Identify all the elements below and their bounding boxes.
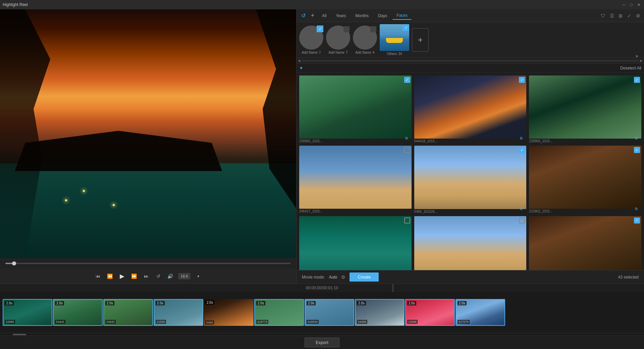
- media-thumb-8: [414, 216, 527, 270]
- timecode-display: 00:00:00/00:01:10: [306, 286, 338, 290]
- aspect-ratio-badge[interactable]: 16:9: [178, 273, 190, 279]
- media-item-6[interactable]: ✓ ⚙ 215802_1015...: [529, 146, 641, 213]
- faces-scroll-right[interactable]: ▶: [636, 54, 639, 58]
- clip-id-4: 21500: [156, 320, 166, 324]
- window-controls[interactable]: ─ □ ✕: [621, 2, 641, 7]
- face-item-1[interactable]: ✓ Add Name 7: [299, 26, 323, 54]
- shield-icon[interactable]: 🛡: [600, 13, 606, 18]
- movie-settings-gear[interactable]: ⚙: [341, 275, 345, 280]
- tab-months[interactable]: Months: [352, 12, 373, 19]
- clip-4[interactable]: 2.0s 21500: [154, 299, 203, 326]
- aspect-expand-icon[interactable]: ▼: [194, 272, 202, 280]
- others-label-text: Others: [387, 52, 397, 56]
- clip-id-9: 22898: [407, 320, 418, 324]
- maximize-button[interactable]: □: [629, 2, 634, 7]
- play-button[interactable]: ▶: [118, 272, 126, 280]
- deselect-all-button[interactable]: Deselect All: [620, 66, 641, 70]
- media-item-2[interactable]: ✓ ⚙ 544418_1015...: [414, 76, 527, 143]
- tab-days[interactable]: Days: [374, 12, 391, 19]
- face-label-2: Add Name 7: [329, 51, 348, 54]
- next-frame-button[interactable]: ⏩: [130, 272, 138, 280]
- tab-faces[interactable]: Faces: [392, 12, 412, 20]
- playback-progress[interactable]: [5, 263, 291, 264]
- others-label: Others 34: [387, 52, 402, 56]
- media-settings-5[interactable]: ⚙: [520, 207, 525, 212]
- media-filename-5: 5466_101526...: [414, 210, 527, 213]
- media-thumb-9: [529, 216, 641, 270]
- export-button[interactable]: Export: [305, 338, 339, 347]
- media-check-5: ✓: [519, 147, 525, 153]
- close-button[interactable]: ✕: [636, 2, 641, 7]
- clip-9[interactable]: 2.0s 22898: [405, 299, 455, 326]
- timeline-timecode: 00:00:00/00:01:10: [0, 284, 644, 292]
- timeline-clips[interactable]: 2.0s 22896 2.0s 54441 2.0s 24642 2.0s 21…: [0, 292, 644, 333]
- media-item-8[interactable]: 6044_101526...: [414, 216, 527, 270]
- media-item-3[interactable]: ✓ ⚙ 228966_1015...: [529, 76, 641, 143]
- face-item-2[interactable]: Add Name 7: [326, 26, 350, 54]
- right-panel: ↺ + All Years Months Days Faces 🛡 ☰ ⊞ ✓ …: [296, 9, 644, 284]
- clip-8[interactable]: 2.0s 54456: [355, 299, 405, 326]
- face-others[interactable]: ✓ Others 34: [380, 24, 409, 56]
- scroll-track[interactable]: [302, 60, 639, 61]
- clip-duration-3: 2.0s: [105, 301, 114, 305]
- pool-area: [0, 163, 296, 258]
- filter-tabs: ↺ + All Years Months Days Faces 🛡 ☰ ⊞ ✓ …: [297, 9, 644, 22]
- clip-1[interactable]: 2.0s 22896: [3, 299, 52, 326]
- clip-5[interactable]: 2.0s 5466: [204, 299, 254, 326]
- video-scene: [0, 9, 296, 258]
- media-item-4[interactable]: 246427_1015...: [299, 146, 412, 213]
- clip-10[interactable]: 2.0s 417076: [455, 299, 505, 326]
- list-icon[interactable]: ☰: [608, 13, 615, 18]
- add-filter-button[interactable]: +: [309, 12, 317, 20]
- expand-arrow[interactable]: ▼: [299, 66, 303, 70]
- refresh-button[interactable]: ↺: [299, 12, 307, 20]
- gear-icon[interactable]: ⚙: [635, 13, 641, 18]
- create-button[interactable]: Create: [350, 272, 379, 282]
- clip-7[interactable]: 2.0s 418534: [305, 299, 354, 326]
- face-count-3: 4: [373, 51, 375, 54]
- media-settings-6[interactable]: ⚙: [635, 207, 640, 212]
- media-check-9: ✓: [634, 217, 640, 223]
- face-item-3[interactable]: Add Name 4: [353, 26, 377, 54]
- media-thumb-4: [299, 146, 412, 209]
- media-item-5[interactable]: ✓ ⚙ 5466_101526...: [414, 146, 527, 213]
- timeline-scroll-thumb[interactable]: [13, 334, 26, 335]
- tab-years[interactable]: Years: [332, 12, 350, 19]
- others-count: 34: [398, 52, 402, 56]
- repeat-button[interactable]: ↺: [154, 272, 162, 280]
- skip-start-button[interactable]: ⏮: [94, 272, 102, 280]
- media-thumb-5: [414, 146, 527, 209]
- media-item-7[interactable]: 254202_1015...: [299, 216, 412, 270]
- add-face-button[interactable]: +: [412, 28, 429, 52]
- prev-frame-button[interactable]: ⏪: [106, 272, 114, 280]
- scroll-right-button[interactable]: ▶: [640, 59, 643, 62]
- clip-6[interactable]: 2.0s 419773: [254, 299, 304, 326]
- check-icon[interactable]: ✓: [626, 13, 633, 18]
- video-player: [0, 9, 296, 258]
- roof-silhouette: [15, 131, 222, 171]
- media-filename-6: 215802_1015...: [529, 209, 641, 213]
- media-item-9[interactable]: ✓ ⚙ 480434_1015...: [529, 216, 641, 270]
- minimize-button[interactable]: ─: [621, 2, 627, 7]
- clip-duration-6: 2.0s: [256, 301, 265, 305]
- grid-icon[interactable]: ⊞: [617, 13, 624, 18]
- media-item-1[interactable]: ✓ ⚙ 228983_1015...: [299, 76, 412, 143]
- media-settings-3[interactable]: ⚙: [635, 136, 640, 142]
- scroll-left-button[interactable]: ◀: [298, 59, 301, 62]
- tab-all[interactable]: All: [318, 12, 330, 19]
- media-check-2: ✓: [519, 77, 525, 83]
- title-bar: Highlight Reel ─ □ ✕: [0, 0, 644, 9]
- volume-button[interactable]: 🔊: [166, 272, 174, 280]
- clip-2[interactable]: 2.0s 54441: [53, 299, 103, 326]
- media-settings-1[interactable]: ⚙: [405, 136, 410, 142]
- media-thumb-1: [299, 76, 412, 139]
- playback-thumb[interactable]: [12, 261, 16, 265]
- timeline-cursor: [393, 284, 393, 292]
- timeline-scrollbar[interactable]: [0, 333, 644, 336]
- clip-3[interactable]: 2.0s 24642: [103, 299, 153, 326]
- skip-end-button[interactable]: ⏭: [142, 272, 150, 280]
- controls-bar: ⏮ ⏪ ▶ ⏩ ⏭ ↺ 🔊 16:9 ▼: [0, 269, 296, 284]
- clip-duration-2: 2.0s: [55, 301, 64, 305]
- media-settings-2[interactable]: ⚙: [520, 136, 525, 142]
- face-avatar-wrap-3: [353, 26, 377, 50]
